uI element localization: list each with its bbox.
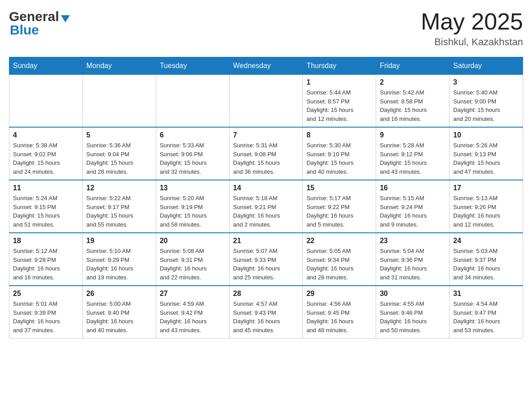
calendar-cell-w1-d1 [82, 75, 156, 128]
calendar-cell-w3-d2: 13Sunrise: 5:20 AMSunset: 9:19 PMDayligh… [156, 180, 229, 233]
day-info: Sunrise: 5:20 AMSunset: 9:19 PMDaylight:… [160, 194, 226, 229]
logo-general-text: General [9, 9, 59, 24]
calendar-cell-w4-d5: 23Sunrise: 5:04 AMSunset: 9:36 PMDayligh… [376, 233, 450, 286]
day-number: 22 [306, 237, 372, 245]
header-sunday: Sunday [9, 57, 83, 75]
calendar-cell-w3-d3: 14Sunrise: 5:18 AMSunset: 9:21 PMDayligh… [229, 180, 303, 233]
calendar-cell-w2-d5: 9Sunrise: 5:28 AMSunset: 9:12 PMDaylight… [376, 127, 450, 180]
logo: General Blue [9, 9, 70, 38]
calendar-cell-w2-d0: 4Sunrise: 5:38 AMSunset: 9:02 PMDaylight… [9, 127, 83, 180]
day-info: Sunrise: 5:44 AMSunset: 8:57 PMDaylight:… [306, 88, 372, 123]
day-info: Sunrise: 5:00 AMSunset: 9:40 PMDaylight:… [86, 300, 152, 334]
calendar-cell-w2-d6: 10Sunrise: 5:26 AMSunset: 9:13 PMDayligh… [450, 127, 523, 180]
day-info: Sunrise: 5:07 AMSunset: 9:33 PMDaylight:… [233, 247, 299, 282]
calendar-cell-w1-d0 [9, 75, 83, 128]
header-saturday: Saturday [450, 57, 523, 75]
day-number: 12 [86, 184, 152, 192]
day-number: 7 [233, 131, 299, 139]
day-number: 20 [160, 237, 226, 245]
calendar-cell-w4-d0: 18Sunrise: 5:12 AMSunset: 9:28 PMDayligh… [9, 233, 83, 286]
day-info: Sunrise: 5:13 AMSunset: 9:26 PMDaylight:… [453, 194, 519, 229]
day-number: 19 [86, 237, 152, 245]
calendar-cell-w2-d4: 8Sunrise: 5:30 AMSunset: 9:10 PMDaylight… [303, 127, 376, 180]
calendar-cell-w1-d5: 2Sunrise: 5:42 AMSunset: 8:58 PMDaylight… [376, 75, 450, 128]
logo-blue-text: Blue [10, 22, 39, 38]
title-section: May 2025 Bishkul, Kazakhstan [421, 9, 523, 48]
logo-arrow-icon [61, 15, 70, 22]
day-info: Sunrise: 4:55 AMSunset: 9:46 PMDaylight:… [380, 300, 446, 334]
day-info: Sunrise: 5:12 AMSunset: 9:28 PMDaylight:… [13, 247, 79, 282]
day-info: Sunrise: 4:57 AMSunset: 9:43 PMDaylight:… [233, 300, 299, 334]
day-number: 16 [380, 184, 446, 192]
day-info: Sunrise: 4:54 AMSunset: 9:47 PMDaylight:… [453, 300, 519, 334]
day-info: Sunrise: 5:01 AMSunset: 9:39 PMDaylight:… [13, 300, 79, 334]
day-number: 21 [233, 237, 299, 245]
day-number: 6 [160, 131, 226, 139]
calendar-cell-w5-d4: 29Sunrise: 4:56 AMSunset: 9:45 PMDayligh… [303, 286, 376, 338]
day-info: Sunrise: 5:24 AMSunset: 9:15 PMDaylight:… [13, 194, 79, 229]
day-number: 23 [380, 237, 446, 245]
day-info: Sunrise: 5:38 AMSunset: 9:02 PMDaylight:… [13, 141, 79, 176]
calendar-week-3: 11Sunrise: 5:24 AMSunset: 9:15 PMDayligh… [9, 180, 523, 233]
calendar-cell-w1-d6: 3Sunrise: 5:40 AMSunset: 9:00 PMDaylight… [450, 75, 523, 128]
day-info: Sunrise: 5:33 AMSunset: 9:06 PMDaylight:… [160, 141, 226, 176]
day-number: 24 [453, 237, 519, 245]
calendar-cell-w4-d3: 21Sunrise: 5:07 AMSunset: 9:33 PMDayligh… [229, 233, 303, 286]
calendar-cell-w3-d0: 11Sunrise: 5:24 AMSunset: 9:15 PMDayligh… [9, 180, 83, 233]
day-info: Sunrise: 5:30 AMSunset: 9:10 PMDaylight:… [306, 141, 372, 176]
page-header: General Blue May 2025 Bishkul, Kazakhsta… [9, 9, 523, 48]
day-info: Sunrise: 5:28 AMSunset: 9:12 PMDaylight:… [380, 141, 446, 176]
day-info: Sunrise: 4:59 AMSunset: 9:42 PMDaylight:… [160, 300, 226, 334]
calendar-cell-w5-d3: 28Sunrise: 4:57 AMSunset: 9:43 PMDayligh… [229, 286, 303, 338]
header-tuesday: Tuesday [156, 57, 229, 75]
calendar-cell-w1-d4: 1Sunrise: 5:44 AMSunset: 8:57 PMDaylight… [303, 75, 376, 128]
calendar-cell-w3-d4: 15Sunrise: 5:17 AMSunset: 9:22 PMDayligh… [303, 180, 376, 233]
day-number: 31 [453, 290, 519, 298]
calendar-cell-w3-d6: 17Sunrise: 5:13 AMSunset: 9:26 PMDayligh… [450, 180, 523, 233]
location-text: Bishkul, Kazakhstan [421, 36, 523, 48]
day-number: 25 [13, 290, 79, 298]
calendar-week-4: 18Sunrise: 5:12 AMSunset: 9:28 PMDayligh… [9, 233, 523, 286]
day-number: 5 [86, 131, 152, 139]
calendar-cell-w5-d0: 25Sunrise: 5:01 AMSunset: 9:39 PMDayligh… [9, 286, 83, 338]
day-number: 15 [306, 184, 372, 192]
calendar-week-2: 4Sunrise: 5:38 AMSunset: 9:02 PMDaylight… [9, 127, 523, 180]
day-number: 14 [233, 184, 299, 192]
calendar-cell-w4-d4: 22Sunrise: 5:05 AMSunset: 9:34 PMDayligh… [303, 233, 376, 286]
day-info: Sunrise: 5:05 AMSunset: 9:34 PMDaylight:… [306, 247, 372, 282]
header-friday: Friday [376, 57, 450, 75]
calendar-table: Sunday Monday Tuesday Wednesday Thursday… [9, 57, 523, 338]
calendar-cell-w1-d2 [156, 75, 229, 128]
calendar-cell-w4-d1: 19Sunrise: 5:10 AMSunset: 9:29 PMDayligh… [82, 233, 156, 286]
day-number: 3 [453, 78, 519, 86]
day-number: 4 [13, 131, 79, 139]
day-info: Sunrise: 5:31 AMSunset: 9:08 PMDaylight:… [233, 141, 299, 176]
day-number: 13 [160, 184, 226, 192]
day-info: Sunrise: 5:08 AMSunset: 9:31 PMDaylight:… [160, 247, 226, 282]
day-info: Sunrise: 5:03 AMSunset: 9:37 PMDaylight:… [453, 247, 519, 282]
day-info: Sunrise: 5:42 AMSunset: 8:58 PMDaylight:… [380, 88, 446, 123]
calendar-cell-w4-d2: 20Sunrise: 5:08 AMSunset: 9:31 PMDayligh… [156, 233, 229, 286]
day-info: Sunrise: 5:18 AMSunset: 9:21 PMDaylight:… [233, 194, 299, 229]
day-info: Sunrise: 5:26 AMSunset: 9:13 PMDaylight:… [453, 141, 519, 176]
day-info: Sunrise: 5:17 AMSunset: 9:22 PMDaylight:… [306, 194, 372, 229]
calendar-cell-w5-d5: 30Sunrise: 4:55 AMSunset: 9:46 PMDayligh… [376, 286, 450, 338]
day-number: 28 [233, 290, 299, 298]
day-number: 26 [86, 290, 152, 298]
calendar-header-row: Sunday Monday Tuesday Wednesday Thursday… [9, 57, 523, 75]
month-year-title: May 2025 [421, 9, 523, 34]
header-monday: Monday [82, 57, 156, 75]
day-number: 17 [453, 184, 519, 192]
calendar-week-1: 1Sunrise: 5:44 AMSunset: 8:57 PMDaylight… [9, 75, 523, 128]
calendar-cell-w5-d1: 26Sunrise: 5:00 AMSunset: 9:40 PMDayligh… [82, 286, 156, 338]
day-number: 29 [306, 290, 372, 298]
calendar-cell-w1-d3 [229, 75, 303, 128]
calendar-cell-w2-d2: 6Sunrise: 5:33 AMSunset: 9:06 PMDaylight… [156, 127, 229, 180]
day-number: 1 [306, 78, 372, 86]
calendar-cell-w2-d3: 7Sunrise: 5:31 AMSunset: 9:08 PMDaylight… [229, 127, 303, 180]
day-info: Sunrise: 5:10 AMSunset: 9:29 PMDaylight:… [86, 247, 152, 282]
calendar-cell-w2-d1: 5Sunrise: 5:36 AMSunset: 9:04 PMDaylight… [82, 127, 156, 180]
header-wednesday: Wednesday [229, 57, 303, 75]
calendar-week-5: 25Sunrise: 5:01 AMSunset: 9:39 PMDayligh… [9, 286, 523, 338]
day-info: Sunrise: 5:22 AMSunset: 9:17 PMDaylight:… [86, 194, 152, 229]
